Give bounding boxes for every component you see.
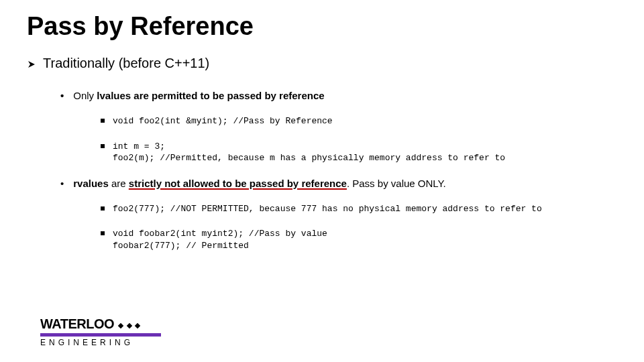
waterloo-logo: WATERLOO ENGINEERING [40, 316, 174, 347]
code-block-3: foo2(777); //NOT PERMITTED, because 777 … [101, 203, 617, 215]
code-block-1: void foo2(int &myint); //Pass by Referen… [101, 115, 617, 127]
logo-wordmark: WATERLOO [40, 316, 114, 332]
code-line: void foobar2(int myint2); //Pass by valu… [113, 229, 327, 239]
slide: Pass by Reference Traditionally (before … [0, 0, 644, 362]
text-bold: lvalues [97, 90, 131, 101]
text-bold: rvalues [73, 178, 109, 189]
rvalues-text: rvalues are strictly not allowed to be p… [73, 178, 446, 189]
code-lines: int m = 3; foo2(m); //Permitted, because… [113, 141, 505, 164]
diamond-icon [118, 322, 123, 328]
bullet-rvalues: • rvalues are strictly not allowed to be… [60, 178, 617, 190]
code-lines: void foobar2(int myint2); //Pass by valu… [113, 228, 327, 251]
dot-icon: • [60, 90, 64, 102]
level1-text: Traditionally (before C++11) [43, 56, 209, 71]
code-line: foo2(m); //Permitted, because m has a ph… [113, 153, 505, 163]
diamond-icon [135, 322, 140, 328]
square-icon [101, 144, 105, 148]
logo-bar [40, 333, 161, 337]
square-icon [101, 206, 105, 210]
svg-marker-0 [28, 61, 35, 68]
square-icon [101, 119, 105, 123]
dot-icon: • [60, 178, 64, 190]
code-block-4: void foobar2(int myint2); //Pass by valu… [101, 228, 617, 251]
text-fragment: . Pass by value ONLY. [347, 178, 446, 189]
lvalues-text: Only lvalues are permitted to be passed … [73, 90, 324, 101]
logo-diamonds [118, 318, 140, 330]
logo-top-row: WATERLOO [40, 316, 174, 332]
text-fragment: are [109, 178, 129, 189]
text-fragment: are permitted to be passed by reference [131, 90, 324, 101]
code-line: int m = 3; [113, 141, 165, 152]
arrow-icon [27, 57, 36, 72]
diamond-icon [126, 322, 131, 328]
code-line: void foo2(int &myint); //Pass by Referen… [113, 115, 333, 127]
code-line: foo2(777); //NOT PERMITTED, because 777 … [113, 203, 542, 215]
logo-subtext: ENGINEERING [40, 338, 174, 347]
text-underlined: strictly not allowed to be passed by ref… [129, 178, 347, 189]
code-block-2: int m = 3; foo2(m); //Permitted, because… [101, 141, 617, 164]
square-icon [101, 231, 105, 235]
text-fragment: Only [73, 90, 97, 101]
bullet-level1: Traditionally (before C++11) [27, 56, 617, 72]
slide-title: Pass by Reference [27, 12, 617, 41]
code-line: foobar2(777); // Permitted [113, 241, 249, 251]
bullet-lvalues: • Only lvalues are permitted to be passe… [60, 90, 617, 102]
